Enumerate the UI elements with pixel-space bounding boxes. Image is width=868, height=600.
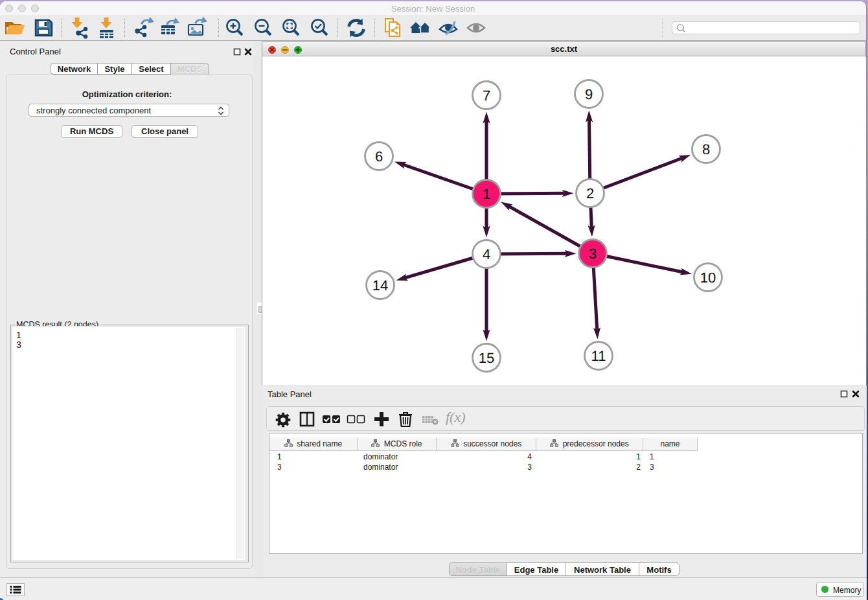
svg-text:10: 10 — [700, 270, 716, 286]
svg-text:2: 2 — [586, 185, 594, 202]
svg-text:14: 14 — [372, 277, 388, 294]
svg-text:6: 6 — [375, 148, 383, 165]
svg-text:7: 7 — [483, 87, 490, 104]
svg-text:11: 11 — [591, 348, 606, 364]
svg-text:9: 9 — [585, 86, 593, 102]
svg-text:8: 8 — [702, 141, 710, 157]
svg-text:4: 4 — [483, 246, 490, 262]
svg-text:1: 1 — [483, 186, 490, 202]
svg-text:15: 15 — [479, 350, 494, 366]
svg-text:3: 3 — [589, 246, 597, 262]
